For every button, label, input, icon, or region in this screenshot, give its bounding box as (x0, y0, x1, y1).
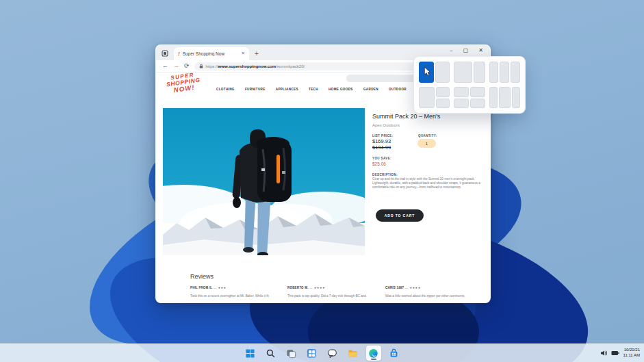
product-original-price: $194.99 (372, 144, 391, 151)
close-button[interactable]: ✕ (478, 48, 483, 53)
review-item: CHRIS 1997 — ★★★★ Was a little worried a… (385, 286, 476, 298)
task-view-button[interactable] (284, 346, 299, 361)
snap-layout-two-columns-wide-left[interactable] (454, 62, 485, 83)
snap-zone[interactable] (454, 99, 469, 109)
snap-zone[interactable] (454, 62, 472, 83)
quantity-input[interactable]: 1 (417, 139, 436, 148)
quantity-label: QUANTITY: (418, 134, 437, 138)
snap-zone[interactable] (499, 87, 511, 108)
maximize-button[interactable]: ▢ (463, 48, 469, 53)
nav-appliances[interactable]: APPLIANCES (276, 88, 298, 91)
new-tab-button[interactable]: + (255, 51, 259, 57)
snap-layout-half-and-stacked[interactable] (419, 87, 450, 108)
product-price: $169.93 (372, 138, 391, 144)
window-controls: – ▢ ✕ (450, 48, 483, 53)
lock-icon (199, 64, 203, 68)
chat-button[interactable] (325, 346, 340, 361)
search-button[interactable] (263, 346, 279, 361)
widgets-icon (307, 348, 317, 359)
snap-zone[interactable] (500, 62, 509, 83)
review-text: This pack is top-quality. Did a 7-day tr… (287, 294, 378, 298)
snap-zone[interactable] (436, 99, 450, 109)
nav-tech[interactable]: TECH (309, 88, 318, 91)
review-stars-icon: — ★★★★ (310, 286, 325, 289)
snap-zone[interactable] (470, 87, 485, 97)
edge-icon (368, 348, 378, 359)
add-to-cart-button[interactable]: ADD TO CART (376, 209, 424, 222)
cursor-icon (423, 66, 431, 77)
tab-close-icon[interactable]: ✕ (242, 51, 245, 56)
nav-outdoor[interactable]: OUTDOOR (389, 88, 407, 91)
desktop: ! Super Shopping Now ✕ + – ▢ ✕ ← → ⟳ htt… (0, 0, 644, 362)
review-text: Took this on a recent overnighter at Mt.… (190, 294, 281, 298)
snap-zone[interactable] (454, 87, 469, 97)
snap-layout-quadrants[interactable] (454, 87, 485, 108)
chat-icon (327, 348, 337, 359)
site-logo[interactable]: SUPER SHOPPING NOW! (161, 73, 205, 95)
review-stars-icon: — ★★★ (214, 286, 226, 289)
review-item: ROBERTO M. — ★★★★ This pack is top-quali… (287, 286, 378, 298)
tray-date: 10/20/21 (623, 348, 640, 353)
windows-start-icon (245, 348, 255, 359)
snap-zone[interactable] (489, 62, 499, 83)
edge-running-indicator (371, 359, 376, 360)
tray-time: 11:11 AM (623, 353, 640, 359)
speaker-icon (600, 350, 607, 357)
minimize-button[interactable]: – (450, 48, 452, 53)
forward-button[interactable]: → (173, 63, 179, 69)
nav-garden[interactable]: GARDEN (363, 88, 378, 91)
tab-title: Super Shopping Now (183, 51, 239, 56)
you-save-amount: $25.06 (372, 161, 386, 166)
nav-home-goods[interactable]: HOME GOODS (329, 88, 353, 91)
product-title: Summit Pack 20 – Men's (372, 113, 440, 120)
you-save-label: YOU SAVE: (372, 157, 391, 160)
review-author: CHRIS 1997 (385, 286, 404, 289)
tab-actions-icon[interactable] (161, 49, 169, 57)
snap-zone[interactable] (419, 87, 435, 108)
review-stars-icon: — ★★★★ (405, 286, 420, 289)
taskbar: 10/20/21 11:11 AM (0, 344, 644, 362)
product-description: Gear up and hit the trail in style with … (372, 177, 489, 190)
main-navigation: CLOTHING FURNITURE APPLIANCES TECH HOME … (216, 88, 407, 91)
snap-zone[interactable] (474, 62, 485, 83)
taskbar-icons (243, 346, 402, 361)
review-author: ROBERTO M. (287, 286, 309, 289)
site-favicon-icon: ! (178, 51, 180, 57)
reviews-heading: Reviews (190, 273, 214, 280)
file-explorer-icon (348, 348, 358, 359)
snap-zone[interactable] (435, 62, 450, 83)
description-label: DESCRIPTION: (372, 173, 398, 177)
snap-zone[interactable] (436, 87, 450, 97)
review-text: Was a little worried about the zipper pe… (385, 294, 476, 298)
nav-clothing[interactable]: CLOTHING (216, 88, 235, 91)
reload-button[interactable]: ⟳ (184, 63, 190, 69)
edge-button[interactable] (366, 346, 381, 361)
snap-layout-three-columns[interactable] (489, 62, 520, 83)
snap-layouts-flyout (413, 56, 526, 114)
store-button[interactable] (387, 346, 402, 361)
back-button[interactable]: ← (162, 63, 168, 69)
battery-icon (611, 350, 619, 356)
system-tray[interactable]: 10/20/21 11:11 AM (600, 344, 640, 362)
snap-zone[interactable] (470, 99, 485, 109)
nav-furniture[interactable]: FURNITURE (245, 88, 266, 91)
snap-layout-two-columns[interactable] (419, 62, 450, 83)
task-view-icon (286, 348, 296, 359)
product-image (163, 108, 365, 255)
snap-zone[interactable] (512, 87, 520, 108)
list-price-label: LIST PRICE: (372, 134, 394, 138)
taskbar-clock[interactable]: 10/20/21 11:11 AM (623, 348, 640, 359)
widgets-button[interactable] (305, 346, 320, 361)
review-author: PHIL FROM IL (190, 286, 212, 289)
file-explorer-button[interactable] (346, 346, 361, 361)
url-text: https://www.supershoppingnow.com/summitp… (206, 64, 305, 68)
review-item: PHIL FROM IL — ★★★ Took this on a recent… (190, 286, 281, 298)
browser-tab[interactable]: ! Super Shopping Now ✕ (174, 47, 249, 60)
snap-zone[interactable] (489, 87, 498, 108)
start-button[interactable] (243, 346, 258, 361)
snap-zone[interactable] (511, 62, 520, 83)
product-brand: Apex Outdoors (372, 123, 400, 127)
snap-layout-wide-center[interactable] (489, 87, 520, 108)
search-icon (266, 348, 276, 359)
store-icon (389, 348, 399, 359)
